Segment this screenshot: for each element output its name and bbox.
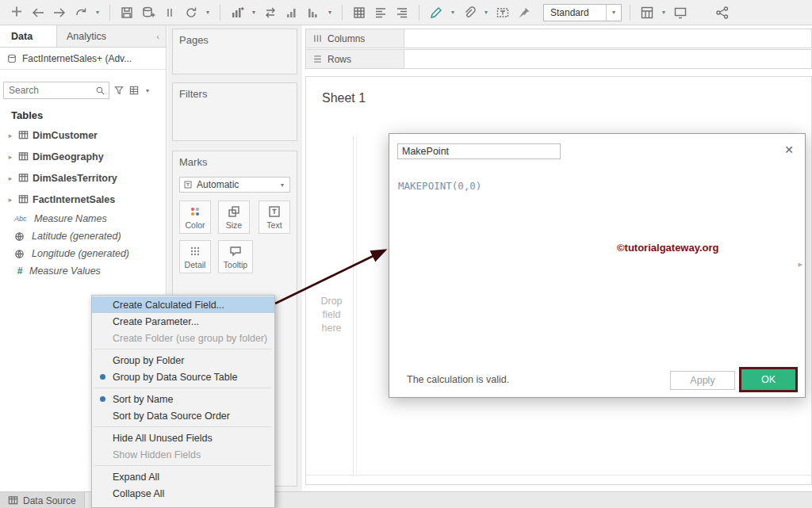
chevron-right-icon[interactable]: ▸ (6, 174, 14, 182)
ok-button[interactable]: OK (739, 367, 798, 392)
size-button[interactable]: Size (218, 201, 250, 234)
back-arrow-icon[interactable] (29, 4, 47, 21)
menu-item-collapse-all[interactable]: Collapse All (92, 485, 274, 502)
field-row[interactable]: # Measure Values (0, 262, 166, 280)
forward-arrow-icon[interactable] (51, 4, 68, 21)
radio-selected-icon (100, 374, 105, 380)
size-icon (228, 205, 240, 218)
expand-panel-icon[interactable]: ▸ (798, 259, 802, 269)
apply-button[interactable]: Apply (670, 371, 735, 390)
calculation-name-input[interactable] (397, 143, 561, 159)
menu-separator (94, 388, 272, 388)
table-row[interactable]: ▸ DimGeography (0, 146, 166, 167)
context-menu: Create Calculated Field... Create Parame… (91, 295, 275, 508)
paperclip-caret-icon[interactable]: ▾ (482, 9, 490, 16)
search-box[interactable] (3, 82, 109, 99)
fit-selector-caret-icon[interactable]: ▾ (606, 5, 621, 21)
rows-shelf-drop-area[interactable] (404, 49, 812, 69)
paperclip-icon[interactable] (461, 4, 478, 21)
save-icon[interactable] (118, 4, 136, 21)
columns-shelf-drop-area[interactable] (404, 29, 812, 48)
share-icon[interactable] (714, 4, 731, 21)
data-source-tab-label: Data Source (23, 495, 76, 506)
toolbar-separator (342, 5, 343, 21)
fit-axes-icon[interactable] (393, 4, 411, 21)
menu-item-hide-all-unused-fields[interactable]: Hide All Unused Fields (92, 430, 274, 446)
pause-updates-icon[interactable] (161, 4, 178, 21)
table-row[interactable]: ▸ FactInternetSales (0, 189, 166, 210)
main-toolbar: ▾ ▾ ▾ ▾ (0, 0, 812, 25)
search-input[interactable] (7, 84, 95, 97)
field-row[interactable]: Latitude (generated) (0, 227, 166, 245)
field-row[interactable]: Longitude (generated) (0, 245, 166, 262)
highlight-table-icon[interactable] (350, 4, 368, 21)
menu-item-group-by-folder[interactable]: Group by Folder (92, 352, 274, 369)
axis-divider (306, 475, 811, 476)
redo-icon[interactable] (72, 4, 90, 21)
tab-data[interactable]: Data (0, 25, 57, 47)
datasource-icon (6, 53, 17, 64)
text-annotation-icon[interactable] (494, 4, 511, 21)
drop-field-hint: Drop field here (312, 295, 350, 335)
mark-type-dropdown[interactable]: Automatic ▾ (179, 177, 290, 193)
toolbar-separator (630, 5, 630, 21)
presentation-mode-icon[interactable] (672, 4, 689, 21)
tableau-logo-icon[interactable] (8, 4, 25, 21)
redo-caret-icon[interactable]: ▾ (94, 9, 102, 16)
swap-axes-icon[interactable] (262, 4, 279, 21)
show-labels-icon[interactable] (372, 4, 389, 21)
tables-header: Tables (11, 109, 166, 121)
collapse-pane-icon[interactable]: ‹ (150, 25, 166, 47)
chevron-right-icon[interactable]: ▸ (6, 132, 14, 139)
table-row[interactable]: ▸ DimSalesTerritory (0, 167, 166, 189)
highlight-pen-icon[interactable] (427, 4, 445, 21)
show-me-caret-icon[interactable]: ▾ (660, 9, 668, 16)
sort-ascending-icon[interactable] (283, 4, 301, 21)
data-source-tab[interactable]: Data Source (0, 492, 85, 508)
tab-analytics[interactable]: Analytics (57, 25, 150, 47)
axis-divider (356, 136, 357, 476)
menu-item-create-calculated-field[interactable]: Create Calculated Field... (92, 296, 274, 313)
number-icon: # (14, 265, 25, 277)
highlight-caret-icon[interactable]: ▾ (449, 9, 457, 16)
formula-text[interactable]: MAKEPOINT(0,0) (398, 180, 481, 192)
pages-card[interactable]: Pages (172, 29, 297, 74)
table-row[interactable]: ▸ DimCustomer (0, 124, 166, 146)
refresh-icon[interactable] (182, 4, 200, 21)
show-me-icon[interactable] (638, 4, 656, 21)
chevron-right-icon[interactable]: ▸ (6, 153, 14, 161)
menu-item-expand-all[interactable]: Expand All (92, 468, 274, 485)
datasource-item[interactable]: FactInternetSales+ (Adv... (0, 48, 166, 70)
view-options-icon[interactable] (128, 85, 140, 96)
menu-item-create-parameter[interactable]: Create Parameter... (92, 313, 274, 330)
menu-item-group-by-datasource-table[interactable]: Group by Data Source Table (92, 369, 274, 385)
columns-shelf: Columns (305, 29, 812, 48)
refresh-caret-icon[interactable]: ▾ (204, 9, 212, 16)
menu-item-sort-by-name[interactable]: Sort by Name (92, 391, 274, 407)
detail-button[interactable]: Detail (179, 240, 211, 273)
field-row[interactable]: Abc Measure Names (0, 210, 166, 227)
menu-item-sort-by-datasource-order[interactable]: Sort by Data Source Order (92, 407, 274, 424)
detail-label: Detail (185, 260, 206, 269)
new-datasource-icon[interactable] (140, 4, 157, 21)
text-button[interactable]: Text (259, 201, 290, 234)
fit-selector-value: Standard (544, 7, 606, 18)
table-name: FactInternetSales (33, 194, 115, 205)
close-icon[interactable]: ✕ (784, 143, 794, 156)
filters-card[interactable]: Filters (172, 82, 297, 141)
pin-icon[interactable] (515, 4, 533, 21)
new-worksheet-icon[interactable] (228, 4, 246, 21)
view-options-caret-icon[interactable]: ▾ (144, 87, 151, 94)
rows-shelf-label: Rows (305, 49, 404, 69)
mark-type-value: Automatic (197, 179, 274, 190)
toolbar-separator (220, 5, 220, 21)
new-worksheet-caret-icon[interactable]: ▾ (250, 9, 258, 16)
fit-selector[interactable]: Standard ▾ (543, 4, 622, 21)
tooltip-button[interactable]: Tooltip (218, 240, 253, 273)
color-button[interactable]: Color (179, 201, 211, 234)
field-name: Latitude (generated) (32, 231, 121, 242)
chevron-right-icon[interactable]: ▸ (6, 196, 14, 204)
sort-descending-icon[interactable] (304, 4, 322, 21)
filter-icon[interactable] (113, 85, 124, 96)
sort-caret-icon[interactable]: ▾ (326, 9, 334, 16)
